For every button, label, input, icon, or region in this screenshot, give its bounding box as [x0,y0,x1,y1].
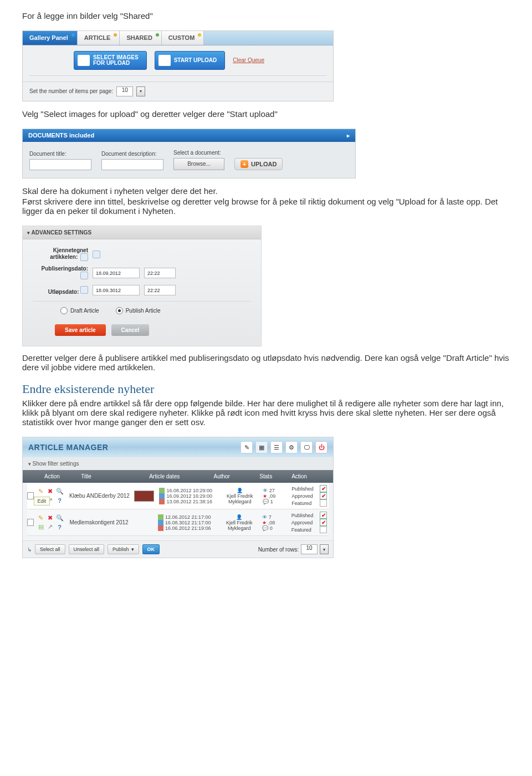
dot-icon [156,33,159,37]
clear-queue-link[interactable]: Clear Queue [233,57,264,64]
paragraph-2: Velg "Select images for upload" og deret… [22,109,510,119]
col-action: Action [40,470,76,483]
help-icon[interactable]: ? [56,497,64,504]
select-images-button[interactable]: 🖼 SELECT IMAGES FOR UPLOAD [74,51,147,70]
select-all-button[interactable]: Select all [35,544,65,554]
dropdown-icon[interactable]: ▾ [136,86,145,96]
published-checkbox[interactable]: ✔ [320,512,327,519]
save-button[interactable]: Save article [55,324,106,336]
doc-select-label: Select a document: [173,150,224,156]
col-dates: Article dates [145,470,209,483]
article-title[interactable]: Medlemskontigent 2012 [69,519,131,525]
preview-icon[interactable]: 🔍 [56,488,64,496]
row-checkbox[interactable] [27,492,34,499]
help-icon[interactable]: ? [56,523,64,531]
ok-button[interactable]: OK [142,544,160,554]
gallery-panel-tab[interactable]: Gallery Panel [23,31,78,45]
calendar-icon [158,514,163,520]
dot-icon [114,33,117,37]
delete-icon[interactable]: ✖ [47,488,54,496]
calendar-icon [159,493,165,499]
paragraph-6: Klikker dere på endre artikkel så får de… [22,399,510,427]
preview-icon[interactable]: 🔍 [56,514,64,522]
items-per-page-input[interactable]: 10 [116,86,133,96]
edit-icon[interactable]: ✎ Edit [37,488,45,496]
user-icon: 👤 [221,488,259,493]
delete-icon[interactable]: ✖ [47,514,54,522]
items-per-page-label: Set the number of items per page: [29,88,113,95]
rows-input[interactable]: 10 [301,544,318,554]
thumbnail [134,491,154,502]
paragraph-5: Deretter velger dere å publisere artikke… [22,353,510,372]
calendar-icon [159,499,165,504]
cancel-button[interactable]: Cancel [111,324,150,336]
monitor-icon[interactable]: 🖵 [300,441,313,453]
cards-icon[interactable]: ▦ [255,441,268,453]
advanced-header: ADVANCED SETTINGS [32,229,92,236]
doc-title-input[interactable] [29,159,91,170]
help-icon[interactable] [80,272,88,279]
tab-shared[interactable]: SHARED [120,31,161,45]
upload-icon: ⬆ [158,55,171,66]
images-icon: 🖼 [78,55,90,66]
documents-header: DOCUMENTS included [28,132,94,139]
copy-icon[interactable]: ▤ [37,523,45,531]
move-icon[interactable]: ↗ [47,523,54,531]
row-checkbox[interactable] [27,519,34,526]
dot-icon [198,33,201,37]
advanced-settings-screenshot: ▾ ADVANCED SETTINGS Kjennetegnet artikke… [22,226,262,346]
article-manager-screenshot: ARTICLE MANAGER ✎ ▦ ☰ ⚙ 🖵 ⏻ ▾ Show filte… [22,437,334,558]
power-icon[interactable]: ⏻ [315,441,328,453]
help-icon[interactable] [80,286,88,294]
doc-title-label: Document title: [29,151,91,157]
publish-radio[interactable]: Publish Article [116,307,161,314]
tab-article[interactable]: ARTICLE [78,31,120,45]
pencil-icon[interactable]: ✎ [241,441,253,453]
rows-label: Number of rows: [258,547,299,553]
col-action2: Action [287,470,333,483]
tab-custom[interactable]: CUSTOM [162,31,204,45]
published-checkbox[interactable]: ✔ [320,485,327,492]
start-upload-button[interactable]: ⬆ START UPLOAD [155,51,226,70]
tools-icon[interactable]: ⚙ [285,441,298,453]
edit-tooltip: Edit [34,497,50,506]
calendar-icon [159,488,165,493]
heading-endre: Endre eksisterende nyheter [22,382,510,396]
upload-button[interactable]: + UPLOAD [234,158,283,170]
col-title: Title [76,470,145,483]
dropdown-icon[interactable]: ▾ [320,544,329,554]
browse-button[interactable]: Browse... [173,158,224,170]
featured-checkbox[interactable] [320,499,327,507]
table-row: ✎ ✖ 🔍 ▤ ↗ ? Medlemskontigent 2012 12.06.… [27,509,329,536]
star-icon: ★ [263,493,267,499]
approved-checkbox[interactable]: ✔ [320,492,327,499]
table-row: ✎ Edit ✖ 🔍 ▤ ↗ ? Klæbu ANDEderby 2012 16… [27,483,329,509]
pub-date-input[interactable]: 18.09.2012 [93,268,140,278]
featured-checkbox[interactable] [93,251,100,258]
exp-date-input[interactable]: 18.09.3012 [93,285,140,295]
chevron-icon[interactable]: ▸ [347,132,350,139]
doc-desc-label: Document description: [101,151,163,157]
col-author: Author [209,470,255,483]
exp-time-input[interactable]: 22:22 [144,285,176,295]
help-icon[interactable] [80,253,88,261]
article-title[interactable]: Klæbu ANDEderby 2012 [69,493,131,499]
pub-time-input[interactable]: 22:22 [144,268,176,278]
star-icon: ★ [262,520,267,525]
unselect-all-button[interactable]: Unselect all [69,544,105,554]
approved-checkbox[interactable]: ✔ [320,519,327,526]
edit-icon[interactable]: ✎ [37,514,45,522]
doc-desc-input[interactable] [101,159,163,170]
gallery-panel-screenshot: Gallery Panel ARTICLE SHARED CUSTOM 🖼 SE… [22,30,334,101]
featured-checkbox[interactable] [320,526,327,533]
calendar-icon [158,520,163,525]
documents-panel-screenshot: DOCUMENTS included ▸ Document title: Doc… [22,129,356,178]
calendar-icon [158,525,163,531]
draft-radio[interactable]: Draft Article [60,307,99,314]
plus-icon: + [241,160,248,168]
list-icon[interactable]: ☰ [270,441,283,453]
bulk-action-select[interactable]: Publish▾ [108,544,139,554]
paragraph-1: For å legge inn bilder velg "Shared" [22,11,510,21]
user-icon: 👤 [219,514,258,520]
filter-toggle[interactable]: Show filter settings [33,461,79,467]
